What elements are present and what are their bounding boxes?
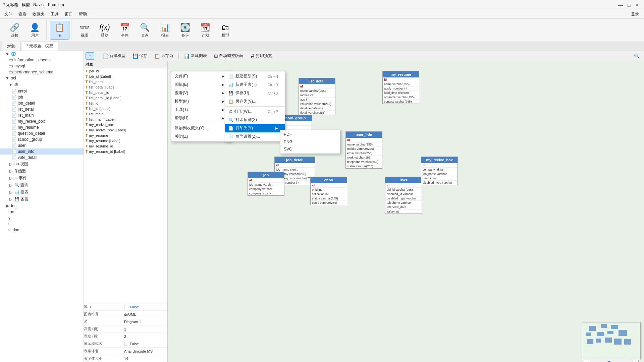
obj-item-my-resume-id[interactable]: T my_resume_id <box>84 143 167 149</box>
sidebar-item-list-detail[interactable]: 📄 list_detail <box>0 106 84 112</box>
tab-model[interactable]: * 无标题 - 模型 <box>21 42 58 51</box>
export-png[interactable]: PNG <box>280 138 340 145</box>
obj-item-list-id[interactable]: T list_id <box>84 101 167 106</box>
menu-favorites[interactable]: 收藏夹 <box>30 11 47 18</box>
table-user[interactable]: user id uid_id varchar(255) disabled_id … <box>385 177 422 214</box>
tb2-auto-fit-button[interactable]: ⊞ 自动调整版面 <box>211 52 246 59</box>
sidebar-item-list-main[interactable]: 📄 list_main <box>0 112 84 118</box>
file-page-setup[interactable]: 📄 页面设置(Z)... <box>225 132 285 141</box>
close-button[interactable]: ✕ <box>634 2 641 8</box>
obj-item-list-id-label[interactable]: T list_id [Label] <box>84 106 167 111</box>
model-button[interactable]: 🗂 模型 <box>216 21 235 40</box>
file-print[interactable]: 🖨 打印(W)... Ctrl+P <box>225 107 285 116</box>
ctx-add-favorite[interactable]: 添加到收藏夹(Y)... <box>171 124 231 132</box>
menu-help[interactable]: 帮助 <box>76 11 90 18</box>
function-button[interactable]: f(x) 函数 <box>95 21 114 40</box>
menu-tools[interactable]: 工具 <box>48 11 61 18</box>
menu-file[interactable]: 文件 <box>2 11 15 18</box>
obj-item-job-id[interactable]: T job_id <box>84 68 167 74</box>
sidebar-item-reports[interactable]: ▷ 📊 报表 <box>0 189 84 196</box>
obj-item-list-main-label[interactable]: T list_main [Label] <box>84 117 167 122</box>
file-save[interactable]: 💾 保存(U) Ctrl+S <box>225 89 285 97</box>
sidebar-item-school-group[interactable]: 📄 school_group <box>0 136 84 142</box>
maximize-button[interactable]: □ <box>626 2 632 8</box>
obj-item-my-resume-id-label[interactable]: T my_resume_id [Label] <box>84 149 167 154</box>
obj-item-list-detail-id-label[interactable]: T list_detail_id [Label] <box>84 95 167 101</box>
obj-item-list-detail-label[interactable]: T list_detail [Label] <box>84 84 167 90</box>
checkbox-bw[interactable] <box>124 305 128 309</box>
file-new-chart[interactable]: 📊 新建图表(T) Ctrl+D <box>225 80 285 89</box>
sidebar-item-user[interactable]: 📄 user <box>0 142 84 148</box>
table-button[interactable]: 📋 表 <box>50 21 69 40</box>
sidebar-item-vote-detail[interactable]: 📄 vote_detail <box>0 155 84 161</box>
sidebar-item-tables[interactable]: ▼ 表 <box>0 81 84 88</box>
tb2-save-as-button[interactable]: 📋 另存为 <box>152 52 176 59</box>
obj-item-list-detail-id[interactable]: T list_detail_id <box>84 90 167 95</box>
obj-item-list-detail[interactable]: T list_detail <box>84 79 167 84</box>
query-button[interactable]: 🔍 查询 <box>135 21 155 40</box>
sidebar-item-enrol[interactable]: 📄 enrol <box>0 88 84 94</box>
sidebar-item-root[interactable]: ▼ 🌐 <box>0 51 84 57</box>
mini-map-zoom-out[interactable]: − <box>584 360 590 362</box>
tb2-menu-button[interactable]: ≡ <box>86 52 94 60</box>
sidebar-item-perf-schema[interactable]: 🗃 performance_schema <box>0 69 84 75</box>
table-job[interactable]: job id job_name varch... company varchar… <box>248 172 284 196</box>
sidebar-item-views[interactable]: ▷ oo 视图 <box>0 161 84 168</box>
file-new-model[interactable]: 📄 新建模型(S) Ctrl+N <box>225 72 285 80</box>
sidebar-item-test[interactable]: ▶ test <box>0 203 84 209</box>
export-pdf[interactable]: PDF <box>280 131 340 138</box>
obj-item-my-resume-label[interactable]: T my_resume [Label] <box>84 138 167 143</box>
sidebar-item-question-detail[interactable]: 📄 question_detail <box>0 130 84 136</box>
view-button[interactable]: 👓 视图 <box>75 21 94 40</box>
file-print-preview[interactable]: 🔍 打印预览(X) <box>225 116 285 124</box>
ctx-close[interactable]: 关闭(Z) <box>171 132 231 141</box>
tb2-search-button[interactable]: 🔍 <box>631 53 642 59</box>
connect-button[interactable]: 🔗 连接 <box>5 21 24 40</box>
mini-map-zoom-in[interactable]: + <box>633 360 639 362</box>
table-my-recive-box[interactable]: my_recive_box id company_id int job_name… <box>421 157 458 185</box>
tb2-save-button[interactable]: 💾 保存 <box>130 52 150 59</box>
sidebar-item-rue[interactable]: rue <box>0 209 84 215</box>
ctx-edit[interactable]: 编辑(E) ▶ <box>171 80 231 89</box>
tb2-new-chart-button[interactable]: 📊 新建图表 <box>181 52 210 59</box>
menu-view[interactable]: 查看 <box>16 11 29 18</box>
minimize-button[interactable]: — <box>617 2 624 8</box>
sidebar-item-job-detail[interactable]: 📄 job_detail <box>0 100 84 106</box>
report-button[interactable]: 📊 报表 <box>155 21 175 40</box>
login-label[interactable]: 登录 <box>628 11 642 18</box>
sidebar-item-my-recive-box[interactable]: 📄 my_recive_box <box>0 118 84 124</box>
table-my-resume[interactable]: my_resume id name varchar(255) apply_num… <box>382 71 419 104</box>
sidebar-item-y[interactable]: y <box>0 215 84 221</box>
ctx-view[interactable]: 查看(V) ▶ <box>171 89 231 97</box>
checkbox-show-mode[interactable] <box>124 342 128 346</box>
schedule-button[interactable]: 📆 计划 <box>196 21 215 40</box>
sidebar-item-scl[interactable]: ▼ scl <box>0 75 84 81</box>
menu-window[interactable]: 窗口 <box>62 11 75 18</box>
prop-val-bw[interactable]: False <box>124 304 139 309</box>
sidebar-item-user-info[interactable]: 📄 user_info <box>0 148 84 155</box>
mini-map-slider-thumb[interactable] <box>607 361 611 362</box>
obj-item-my-recive-box-label[interactable]: T my_recive_box [Label] <box>84 127 167 133</box>
obj-item-my-resume[interactable]: T my_resume <box>84 133 167 138</box>
sidebar-item-s-doa[interactable]: s_doa <box>0 227 84 233</box>
obj-item-job-id-label[interactable]: T job_id [Label] <box>84 74 167 79</box>
sidebar-item-job[interactable]: 📄 job <box>0 94 84 100</box>
ctx-tools[interactable]: 工具(T) ▶ <box>171 106 231 114</box>
obj-item-my-recive-box[interactable]: T my_recive_box <box>84 122 167 127</box>
table-enrol[interactable]: enrol id e_id int collection int status … <box>310 177 347 205</box>
sidebar-item-my-resume[interactable]: 📄 my_resume <box>0 124 84 130</box>
sidebar-item-events[interactable]: ▷ ⊙ 事件 <box>0 175 84 182</box>
sidebar-item-mysql[interactable]: 🗃 mysql <box>0 63 84 69</box>
prop-val-show-mode[interactable]: False <box>124 341 139 346</box>
sidebar-item-s[interactable]: s <box>0 221 84 227</box>
file-export[interactable]: 📄 打印为(Y) ▶ <box>225 124 285 132</box>
ctx-model[interactable]: 模型(M) ▶ <box>171 97 231 106</box>
sidebar-item-backups[interactable]: ▷ 💾 备份 <box>0 196 84 203</box>
table-list-detail[interactable]: list_detail id name varchar(255) mobile … <box>299 78 335 115</box>
file-save-as[interactable]: 📋 另存为(V)... <box>225 97 285 106</box>
tab-objects[interactable]: 对象 <box>2 42 20 51</box>
tb2-print-preview-button[interactable]: 🖨 打印预览 <box>248 52 275 59</box>
tb2-new-model-button[interactable]: 📄 新建模型 <box>100 52 128 59</box>
event-button[interactable]: 📅 事件 <box>115 21 135 40</box>
obj-item-list-main[interactable]: T list_main <box>84 111 167 117</box>
